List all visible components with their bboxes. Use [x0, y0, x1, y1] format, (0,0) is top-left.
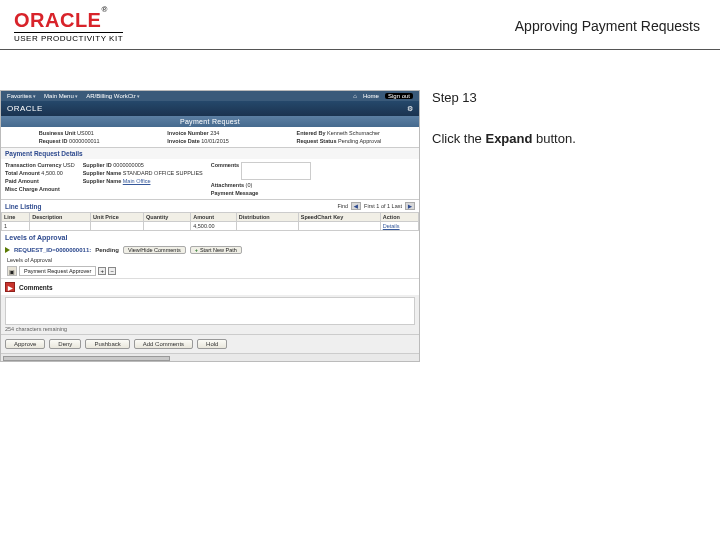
approval-subheading: Levels of Approval [1, 256, 419, 264]
mini-navbar: Favorites Main Menu AR/Billing WorkCtr ⌂… [1, 91, 419, 101]
supname-label: Supplier Name [83, 170, 122, 176]
logo-rule [14, 32, 123, 33]
nav-item-favorites[interactable]: Favorites [7, 93, 36, 99]
comments-remaining: 254 characters remaining [5, 325, 415, 332]
approver-box[interactable]: Payment Request Approver [19, 266, 96, 276]
approve-button[interactable]: Approve [5, 339, 45, 349]
request-status: Pending [95, 247, 119, 253]
approval-request-bar: REQUEST_ID=0000000011: Pending View/Hide… [1, 244, 419, 256]
approver-row: ▣ Payment Request Approver + − [1, 264, 419, 278]
invdate-label: Invoice Date [167, 138, 199, 144]
doc-title: Approving Payment Requests [515, 10, 706, 34]
comments-textarea[interactable] [241, 162, 311, 180]
view-hide-comments-button[interactable]: View/Hide Comments [123, 246, 186, 254]
approval-heading: Levels of Approval [1, 231, 419, 244]
bu-label: Business Unit [39, 130, 76, 136]
reqid-value: 0000000011 [69, 138, 100, 144]
horizontal-scrollbar[interactable] [3, 356, 170, 361]
doc-header: ORACLE® USER PRODUCTIVITY KIT Approving … [0, 0, 720, 47]
col-desc: Description [30, 213, 91, 222]
deny-button[interactable]: Deny [49, 339, 81, 349]
expand-button[interactable]: ▶ [5, 282, 15, 292]
action-bar: Approve Deny Pushback Add Comments Hold [1, 334, 419, 353]
upk-subtitle: USER PRODUCTIVITY KIT [14, 34, 123, 43]
cell-desc [30, 222, 91, 231]
cell-amount: 4,500.00 [191, 222, 237, 231]
brand-bar: ORACLE ⚙ [1, 101, 419, 116]
col-action: Action [380, 213, 418, 222]
col-qty: Quantity [144, 213, 191, 222]
view-hide-label: View/Hide Comments [128, 247, 181, 253]
collapse-triangle-icon[interactable] [5, 247, 10, 253]
invnum-label: Invoice Number [167, 130, 208, 136]
instr-bold: Expand [485, 131, 532, 146]
plus-icon: + [195, 247, 198, 253]
oracle-logo-block: ORACLE® USER PRODUCTIVITY KIT [14, 10, 123, 43]
screenshot-column: Favorites Main Menu AR/Billing WorkCtr ⌂… [0, 90, 420, 362]
status-label: Request Status [296, 138, 336, 144]
details-panel: Transaction Currency USD Total Amount 4,… [1, 159, 419, 200]
pager-text: First 1 of 1 Last [364, 203, 402, 209]
cell-unitprice [91, 222, 144, 231]
currency-label: Transaction Currency [5, 162, 62, 168]
lines-header: Line Listing Find ◀ First 1 of 1 Last ▶ [1, 200, 419, 212]
col-unitprice: Unit Price [91, 213, 144, 222]
start-new-path-button[interactable]: +Start New Path [190, 246, 242, 254]
info-bar: Business Unit US001 Request ID 000000001… [1, 127, 419, 148]
comments-heading: Comments [19, 284, 53, 291]
remove-approver-button[interactable]: − [108, 267, 116, 275]
find-label[interactable]: Find [337, 203, 348, 209]
col-line: Line [2, 213, 30, 222]
comments-label: Comments [211, 162, 239, 168]
nav-right: ⌂ Home Sign out [353, 93, 413, 99]
comments-box: 254 characters remaining [5, 297, 415, 332]
supname-value: STANDARD OFFICE SUPPLIES [123, 170, 203, 176]
details-heading: Payment Request Details [1, 148, 419, 159]
nav-item-workctr[interactable]: AR/Billing WorkCtr [86, 93, 140, 99]
status-value: Pending Approval [338, 138, 381, 144]
pager-next-icon[interactable]: ▶ [405, 202, 415, 210]
pager-prev-icon[interactable]: ◀ [351, 202, 361, 210]
nav-signout[interactable]: Sign out [385, 93, 413, 99]
invnum-value: 234 [210, 130, 219, 136]
doc-body: Favorites Main Menu AR/Billing WorkCtr ⌂… [0, 50, 720, 362]
total-label: Total Amount [5, 170, 40, 176]
comments-input[interactable] [5, 297, 415, 325]
details-link[interactable]: Details [383, 223, 400, 229]
bu-value: US001 [77, 130, 94, 136]
supid-label: Supplier ID [83, 162, 112, 168]
page-title-bar: Payment Request [1, 116, 419, 127]
attach-count[interactable]: (0) [246, 182, 253, 188]
add-approver-button[interactable]: + [98, 267, 106, 275]
request-id-label: REQUEST_ID=0000000011: [14, 247, 91, 253]
nav-home[interactable]: Home [363, 93, 379, 99]
nav-left: Favorites Main Menu AR/Billing WorkCtr [7, 93, 140, 99]
supplier-label: Supplier Name [83, 178, 122, 184]
hold-button[interactable]: Hold [197, 339, 227, 349]
nav-item-mainmenu[interactable]: Main Menu [44, 93, 78, 99]
pending-status-icon: ▣ [7, 266, 17, 276]
entby-label: Entered By [296, 130, 325, 136]
instruction-column: Step 13 Click the Expand button. [432, 90, 720, 362]
step-label: Step 13 [432, 90, 720, 105]
instr-suffix: button. [532, 131, 575, 146]
total-value: 4,500.00 [41, 170, 62, 176]
addcomments-button[interactable]: Add Comments [134, 339, 193, 349]
cell-dist [236, 222, 298, 231]
step-instruction: Click the Expand button. [432, 131, 720, 146]
supplier-link[interactable]: Main Office [123, 178, 151, 184]
attach-label: Attachments [211, 182, 244, 188]
gear-icon[interactable]: ⚙ [407, 105, 414, 113]
lines-heading: Line Listing [5, 203, 41, 210]
lines-pager: Find ◀ First 1 of 1 Last ▶ [337, 202, 415, 210]
oracle-logo-text: ORACLE [14, 9, 101, 31]
currency-value: USD [63, 162, 75, 168]
misc-label: Misc Charge Amount [5, 186, 60, 192]
cell-speedchart [298, 222, 380, 231]
lines-grid: Line Description Unit Price Quantity Amo… [1, 212, 419, 231]
comments-bar: ▶ Comments [1, 278, 419, 295]
pm-label: Payment Message [211, 190, 259, 196]
start-new-label: Start New Path [200, 247, 237, 253]
pushback-button[interactable]: Pushback [85, 339, 129, 349]
home-icon[interactable]: ⌂ [353, 93, 357, 99]
